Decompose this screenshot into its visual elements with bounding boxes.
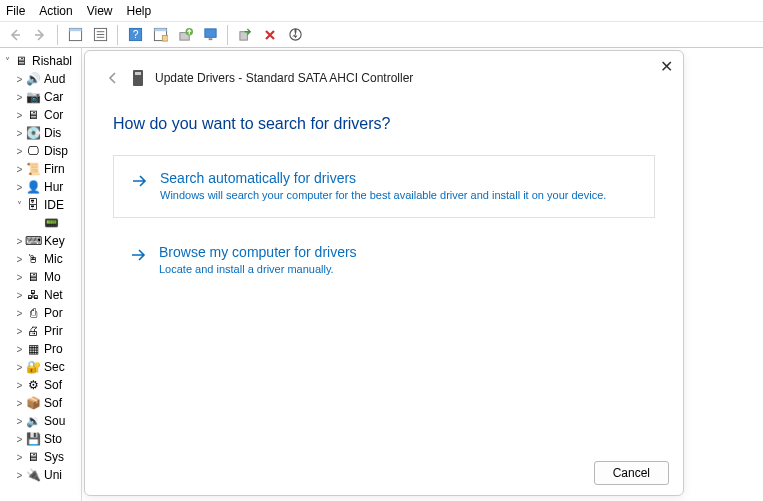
svg-rect-9	[154, 28, 166, 31]
tree-item[interactable]: >🖨Prir	[0, 322, 81, 340]
separator	[57, 25, 58, 45]
tree-item[interactable]: ˅🗄IDE	[0, 196, 81, 214]
help-icon[interactable]: ?	[124, 24, 146, 46]
scan-icon[interactable]	[149, 24, 171, 46]
scan-changes-icon[interactable]	[284, 24, 306, 46]
option-browse[interactable]: Browse my computer for drivers Locate an…	[113, 236, 655, 285]
expand-icon[interactable]: >	[14, 254, 25, 265]
menu-action[interactable]: Action	[39, 4, 72, 18]
option-desc: Locate and install a driver manually.	[159, 262, 357, 277]
tree-item-label: Pro	[44, 342, 63, 356]
expand-icon[interactable]: >	[14, 236, 25, 247]
tree-item[interactable]: >📷Car	[0, 88, 81, 106]
tree-item-label: Por	[44, 306, 63, 320]
tree-item[interactable]: >📦Sof	[0, 394, 81, 412]
expand-icon[interactable]: >	[14, 110, 25, 121]
tree-item[interactable]: >👤Hur	[0, 178, 81, 196]
expand-icon[interactable]: >	[14, 434, 25, 445]
expand-icon[interactable]: >	[14, 290, 25, 301]
tree-item[interactable]: >📜Firn	[0, 160, 81, 178]
device-icon: 🔊	[25, 71, 41, 87]
device-icon: 📜	[25, 161, 41, 177]
tree-item-label: Uni	[44, 468, 62, 482]
close-button[interactable]: ✕	[660, 57, 673, 76]
tree-item[interactable]: >🔊Aud	[0, 70, 81, 88]
tree-item-label: Prir	[44, 324, 63, 338]
expand-icon[interactable]: >	[14, 74, 25, 85]
tree-root[interactable]: ˅ 🖥 Rishabl	[0, 52, 81, 70]
tree-item-label: Key	[44, 234, 65, 248]
menu-view[interactable]: View	[87, 4, 113, 18]
tree-item[interactable]: >⌨Key	[0, 232, 81, 250]
tree-item[interactable]: >🖥Cor	[0, 106, 81, 124]
svg-rect-10	[162, 35, 168, 41]
device-icon: 💾	[25, 431, 41, 447]
tree-item[interactable]: >⚙Sof	[0, 376, 81, 394]
tree-item[interactable]: >▦Pro	[0, 340, 81, 358]
tree-item-label: Hur	[44, 180, 63, 194]
properties-icon[interactable]	[89, 24, 111, 46]
monitor-icon[interactable]	[199, 24, 221, 46]
expand-icon[interactable]: >	[14, 326, 25, 337]
expand-icon[interactable]: >	[14, 128, 25, 139]
expand-icon[interactable]: >	[14, 92, 25, 103]
option-title: Browse my computer for drivers	[159, 244, 357, 260]
separator	[117, 25, 118, 45]
expand-icon[interactable]: >	[14, 362, 25, 373]
device-icon: 🖧	[25, 287, 41, 303]
tree-item-label: Mic	[44, 252, 63, 266]
expand-icon[interactable]: >	[14, 344, 25, 355]
separator	[227, 25, 228, 45]
tree-item[interactable]: >⎙Por	[0, 304, 81, 322]
tree-item[interactable]: >🖵Disp	[0, 142, 81, 160]
computer-icon: 🖥	[13, 53, 29, 69]
nav-forward-icon[interactable]	[29, 24, 51, 46]
collapse-icon[interactable]: ˅	[2, 56, 13, 67]
menu-help[interactable]: Help	[127, 4, 152, 18]
device-icon: 🖨	[25, 323, 41, 339]
tree-item[interactable]: >🔌Uni	[0, 466, 81, 484]
show-hidden-icon[interactable]	[64, 24, 86, 46]
tree-item-label: Firn	[44, 162, 65, 176]
toolbar: ?	[0, 22, 763, 48]
tree-item[interactable]: >🔐Sec	[0, 358, 81, 376]
expand-icon[interactable]: >	[14, 416, 25, 427]
expand-icon[interactable]: >	[14, 146, 25, 157]
expand-icon[interactable]: >	[14, 398, 25, 409]
back-icon[interactable]	[105, 70, 121, 86]
expand-icon[interactable]: >	[14, 470, 25, 481]
tree-root-label: Rishabl	[32, 54, 72, 68]
cancel-button[interactable]: Cancel	[594, 461, 669, 485]
device-icon: 🔐	[25, 359, 41, 375]
expand-icon[interactable]: >	[14, 272, 25, 283]
tree-item-label: IDE	[44, 198, 64, 212]
menu-file[interactable]: File	[6, 4, 25, 18]
tree-item-label: Disp	[44, 144, 68, 158]
tree-item-label: Sof	[44, 396, 62, 410]
svg-rect-15	[239, 32, 247, 40]
device-icon: 👤	[25, 179, 41, 195]
update-driver-icon[interactable]	[174, 24, 196, 46]
tree-item[interactable]: 📟	[0, 214, 81, 232]
dialog-footer: Cancel	[85, 451, 683, 495]
tree-item[interactable]: >💾Sto	[0, 430, 81, 448]
tree-item[interactable]: >💽Dis	[0, 124, 81, 142]
expand-icon[interactable]: >	[14, 380, 25, 391]
tree-item[interactable]: >🖥Sys	[0, 448, 81, 466]
expand-icon[interactable]: >	[14, 182, 25, 193]
uninstall-icon[interactable]	[259, 24, 281, 46]
expand-icon[interactable]: >	[14, 164, 25, 175]
expand-icon[interactable]: ˅	[14, 200, 25, 211]
expand-icon[interactable]: >	[14, 452, 25, 463]
tree-item[interactable]: >🖥Mo	[0, 268, 81, 286]
enable-device-icon[interactable]	[234, 24, 256, 46]
nav-back-icon[interactable]	[4, 24, 26, 46]
option-search-auto[interactable]: Search automatically for drivers Windows…	[113, 155, 655, 218]
tree-item[interactable]: >🖧Net	[0, 286, 81, 304]
option-desc: Windows will search your computer for th…	[160, 188, 606, 203]
menu-bar: File Action View Help	[0, 0, 763, 22]
tree-item-label: Sto	[44, 432, 62, 446]
tree-item[interactable]: >🔉Sou	[0, 412, 81, 430]
tree-item[interactable]: >🖱Mic	[0, 250, 81, 268]
expand-icon[interactable]: >	[14, 308, 25, 319]
